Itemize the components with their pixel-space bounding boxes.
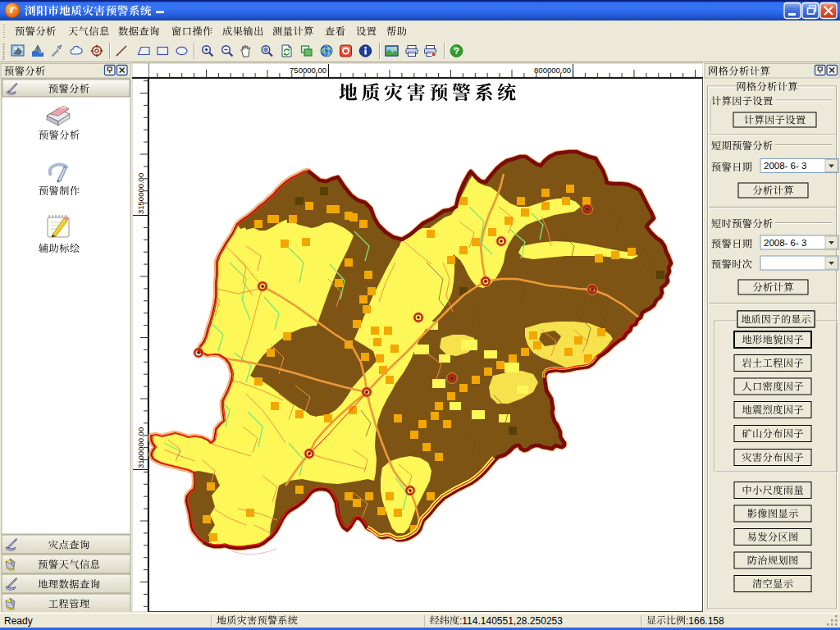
svg-text:Ready: Ready bbox=[4, 615, 33, 627]
svg-text:3100000.00: 3100000.00 bbox=[136, 427, 145, 468]
svg-text::114.140551,28.250253: :114.140551,28.250253 bbox=[459, 615, 563, 627]
svg-text:800000.00: 800000.00 bbox=[534, 66, 571, 75]
svg-text:?: ? bbox=[454, 46, 459, 56]
svg-text:3150000.00: 3150000.00 bbox=[136, 173, 145, 214]
svg-text::166.158: :166.158 bbox=[686, 615, 724, 627]
svg-text:2008- 6- 3: 2008- 6- 3 bbox=[764, 161, 806, 171]
svg-text:2008- 6- 3: 2008- 6- 3 bbox=[764, 238, 806, 248]
svg-text:750000.00: 750000.00 bbox=[290, 66, 326, 75]
